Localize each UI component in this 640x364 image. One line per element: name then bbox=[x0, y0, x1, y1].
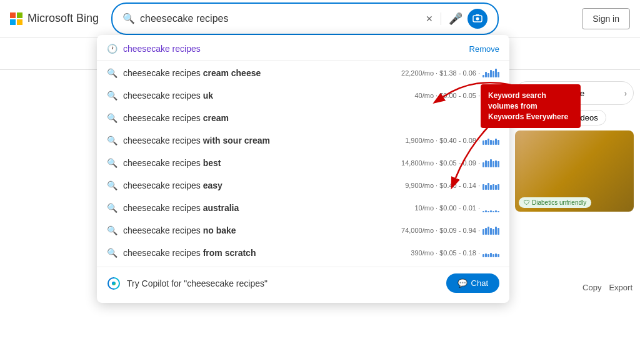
header: Microsoft Bing 🔍 ✕ 🎤 Sign in bbox=[0, 0, 640, 37]
bar bbox=[490, 228, 492, 235]
bar bbox=[492, 229, 494, 235]
brand-name: Microsoft Bing bbox=[28, 12, 99, 25]
bar bbox=[498, 228, 499, 235]
suggestion-item-5[interactable]: 🔍 cheesecake recipes easy 9,900/mo · $0.… bbox=[97, 174, 509, 197]
item-text-8: cheesecake recipes from scratch bbox=[123, 248, 404, 258]
suggestion-item-4[interactable]: 🔍 cheesecake recipes best 14,800/mo · $0… bbox=[97, 152, 509, 174]
bar bbox=[482, 75, 484, 77]
history-icon: 🕐 bbox=[107, 44, 117, 54]
search-icon-8: 🔍 bbox=[107, 248, 117, 258]
chat-label: Chat bbox=[471, 278, 488, 288]
bar bbox=[498, 184, 499, 190]
chat-button[interactable]: 💬 Chat bbox=[446, 273, 499, 293]
search-bar: 🔍 ✕ 🎤 bbox=[111, 2, 499, 35]
copilot-logo-icon bbox=[107, 277, 121, 290]
camera-icon bbox=[472, 14, 482, 24]
bar bbox=[485, 140, 487, 145]
bar bbox=[490, 159, 492, 167]
bar bbox=[482, 140, 484, 145]
bar bbox=[485, 185, 487, 190]
shield-icon: 🛡 bbox=[524, 199, 530, 206]
item-stats-5: 9,900/mo · $0.40 - 0.14 · bbox=[405, 181, 499, 190]
suggestion-item-3[interactable]: 🔍 cheesecake recipes with sour cream 1,9… bbox=[97, 129, 509, 152]
svg-point-8 bbox=[112, 282, 116, 285]
copilot-text: Try Copilot for "cheesecake recipes" bbox=[127, 278, 440, 288]
search-input[interactable] bbox=[140, 13, 421, 24]
item-stats-4: 14,800/mo · $0.05 - 0.09 · bbox=[401, 159, 499, 167]
bar bbox=[495, 139, 497, 145]
bar bbox=[492, 161, 494, 167]
diabetic-badge: 🛡 Diabetics unfriendly bbox=[519, 197, 591, 208]
item-text-2: cheesecake recipes cream bbox=[123, 113, 499, 123]
annotation-box: Keyword search volumes from Keywords Eve… bbox=[481, 84, 581, 128]
item-text-1: cheesecake recipes uk bbox=[123, 91, 408, 101]
bar bbox=[492, 184, 494, 190]
bar bbox=[488, 254, 489, 257]
bar bbox=[485, 210, 487, 212]
logo-area: Microsoft Bing bbox=[10, 12, 99, 25]
clear-icon[interactable]: ✕ bbox=[426, 14, 433, 24]
mini-chart-4 bbox=[482, 159, 499, 167]
history-text: cheesecake recipes bbox=[123, 44, 463, 54]
annotation: Keyword search volumes from Keywords Eve… bbox=[481, 84, 581, 128]
microphone-icon[interactable]: 🎤 bbox=[449, 12, 462, 26]
search-icon-1: 🔍 bbox=[107, 91, 117, 101]
item-stats-8: 390/mo · $0.05 - 0.18 · bbox=[411, 248, 499, 257]
suggestion-item-7[interactable]: 🔍 cheesecake recipes no bake 74,000/mo ·… bbox=[97, 219, 509, 242]
bar bbox=[498, 140, 499, 145]
item-text-5: cheesecake recipes easy bbox=[123, 180, 399, 190]
search-bar-wrapper: 🔍 ✕ 🎤 bbox=[111, 2, 499, 35]
bar bbox=[490, 70, 492, 77]
bar bbox=[485, 72, 487, 77]
mini-chart-7 bbox=[482, 226, 499, 235]
svg-rect-1 bbox=[17, 12, 22, 18]
chat-icon: 💬 bbox=[458, 278, 468, 288]
suggestion-item-2[interactable]: 🔍 cheesecake recipes cream bbox=[97, 107, 509, 129]
item-stats-3: 1,900/mo · $0.40 - 0.08 · bbox=[405, 136, 499, 145]
bar bbox=[498, 254, 499, 257]
search-icon-4: 🔍 bbox=[107, 158, 117, 168]
history-item[interactable]: 🕐 cheesecake recipes Remove bbox=[97, 39, 509, 59]
suggestion-item-6[interactable]: 🔍 cheesecake recipes australia 10/mo · $… bbox=[97, 197, 509, 219]
bar bbox=[495, 227, 497, 235]
suggestion-item-1[interactable]: 🔍 cheesecake recipes uk 40/mo · $0.00 - … bbox=[97, 84, 509, 107]
suggestion-item-0[interactable]: 🔍 cheesecake recipes cream cheese 22,200… bbox=[97, 62, 509, 84]
visual-search-button[interactable] bbox=[468, 9, 488, 29]
microsoft-logo-icon bbox=[10, 12, 22, 25]
item-text-3: cheesecake recipes with sour cream bbox=[123, 135, 399, 145]
bar bbox=[482, 211, 484, 212]
bar bbox=[495, 160, 497, 167]
bar bbox=[482, 162, 484, 167]
bar bbox=[488, 211, 489, 212]
suggestion-item-8[interactable]: 🔍 cheesecake recipes from scratch 390/mo… bbox=[97, 242, 509, 264]
item-text-0: cheesecake recipes cream cheese bbox=[123, 68, 395, 78]
bar bbox=[485, 253, 487, 257]
svg-rect-6 bbox=[476, 14, 479, 16]
search-icon-7: 🔍 bbox=[107, 225, 117, 235]
bar bbox=[492, 211, 494, 212]
bar bbox=[488, 73, 489, 77]
bar bbox=[495, 185, 497, 190]
bar bbox=[482, 254, 484, 257]
bar bbox=[490, 185, 492, 190]
bar bbox=[495, 253, 497, 257]
svg-point-5 bbox=[476, 17, 479, 20]
copilot-row: Try Copilot for "cheesecake recipes" 💬 C… bbox=[97, 267, 509, 299]
copy-button[interactable]: Copy bbox=[582, 283, 601, 292]
bar bbox=[490, 140, 492, 145]
bar bbox=[495, 210, 497, 212]
item-stats-0: 22,200/mo · $1.38 - 0.06 · bbox=[401, 69, 499, 77]
remove-button[interactable]: Remove bbox=[469, 44, 499, 54]
svg-rect-2 bbox=[10, 19, 16, 25]
search-icon: 🔍 bbox=[122, 12, 135, 24]
sign-in-button[interactable]: Sign in bbox=[582, 8, 630, 29]
divider bbox=[441, 12, 441, 25]
bar bbox=[482, 184, 484, 190]
mini-chart-3 bbox=[482, 136, 499, 145]
featured-recipe-image: 🛡 Diabetics unfriendly bbox=[515, 130, 634, 212]
svg-rect-0 bbox=[10, 12, 16, 18]
copy-export-bar: Copy Export bbox=[582, 283, 632, 292]
export-button[interactable]: Export bbox=[609, 283, 632, 292]
bar bbox=[488, 161, 489, 167]
bar bbox=[482, 229, 484, 235]
